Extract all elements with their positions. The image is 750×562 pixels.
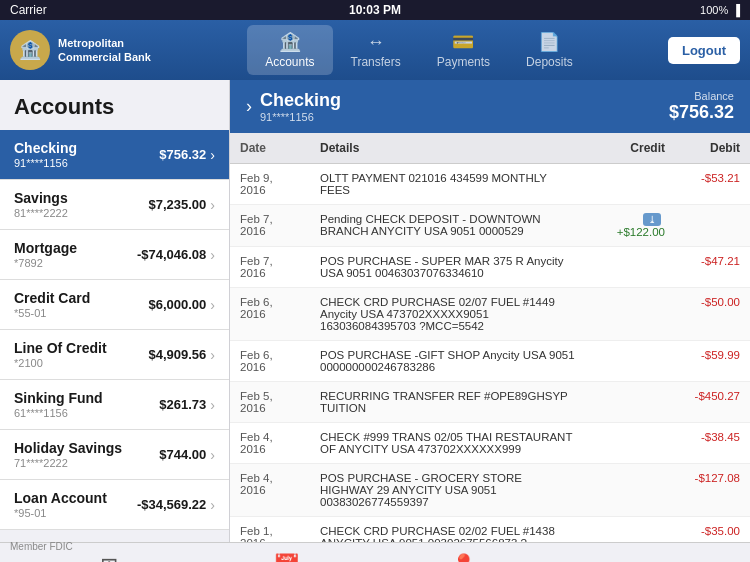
transaction-credit xyxy=(585,247,675,288)
transaction-date: Feb 9, 2016 xyxy=(230,164,310,205)
deposits-icon: 📄 xyxy=(538,31,560,53)
bank-logo-icon: 🏦 xyxy=(10,30,50,70)
transaction-credit xyxy=(585,423,675,464)
time-label: 10:03 PM xyxy=(349,3,401,17)
more-icon: ••• xyxy=(630,553,653,563)
transaction-date: Feb 6, 2016 xyxy=(230,341,310,382)
content-account-name: Checking xyxy=(260,90,341,111)
table-row: Feb 6, 2016 CHECK CRD PURCHASE 02/07 FUE… xyxy=(230,288,750,341)
account-item-credit-card[interactable]: Credit Card *55-01 $6,000.00 › xyxy=(0,280,229,330)
transaction-debit xyxy=(675,205,750,247)
header: 🏦 Metropolitan Commercial Bank 🏦 Account… xyxy=(0,20,750,80)
transaction-credit xyxy=(585,164,675,205)
balance-amount: $756.32 xyxy=(669,102,734,123)
transaction-date: Feb 7, 2016 xyxy=(230,205,310,247)
calculator-icon: ⊞ xyxy=(100,553,118,563)
account-item-checking[interactable]: Checking 91****1156 $756.32 › xyxy=(0,130,229,180)
table-row: Feb 4, 2016 POS PURCHASE - GROCERY STORE… xyxy=(230,464,750,517)
sidebar-title: Accounts xyxy=(0,80,229,130)
col-credit: Credit xyxy=(585,133,675,164)
transaction-debit: -$53.21 xyxy=(675,164,750,205)
content-account-number: 91****1156 xyxy=(260,111,341,123)
transaction-credit xyxy=(585,341,675,382)
account-item-loan-account[interactable]: Loan Account *95-01 -$34,569.22 › xyxy=(0,480,229,530)
transaction-debit: -$47.21 xyxy=(675,247,750,288)
table-row: Feb 7, 2016 POS PURCHASE - SUPER MAR 375… xyxy=(230,247,750,288)
bottom-tab-locations[interactable]: 📍 Locations xyxy=(434,553,494,563)
bottom-tab-calendar[interactable]: 📅 Calendar xyxy=(256,553,316,563)
accounts-icon: 🏦 xyxy=(279,31,301,53)
account-item-mortgage[interactable]: Mortgage *7892 -$74,046.08 › xyxy=(0,230,229,280)
transaction-details: CHECK #999 TRANS 02/05 THAI RESTAURANT O… xyxy=(310,423,585,464)
col-details: Details xyxy=(310,133,585,164)
transaction-credit xyxy=(585,517,675,543)
nav-tab-deposits[interactable]: 📄 Deposits xyxy=(508,25,591,75)
bottom-tab-more[interactable]: ••• More xyxy=(611,553,671,563)
transaction-table: Date Details Credit Debit Feb 9, 2016 OL… xyxy=(230,133,750,542)
content-area: › Checking 91****1156 Balance $756.32 Da… xyxy=(230,80,750,542)
transaction-debit: -$50.00 xyxy=(675,288,750,341)
nav-tabs: 🏦 Accounts ↔ Transfers 💳 Payments 📄 Depo… xyxy=(170,25,668,75)
transaction-debit: -$450.27 xyxy=(675,382,750,423)
transaction-credit xyxy=(585,288,675,341)
balance-label: Balance xyxy=(669,90,734,102)
transaction-date: Feb 4, 2016 xyxy=(230,464,310,517)
account-item-sinking-fund[interactable]: Sinking Fund 61****1156 $261.73 › xyxy=(0,380,229,430)
bottom-bar: Member FDIC ⊞ Calculator 📅 Calendar 📍 Lo… xyxy=(0,542,750,562)
table-row: Feb 7, 2016 Pending CHECK DEPOSIT - DOWN… xyxy=(230,205,750,247)
logout-button[interactable]: Logout xyxy=(668,37,740,64)
table-row: Feb 9, 2016 OLTT PAYMENT 021016 434599 M… xyxy=(230,164,750,205)
logo-area: 🏦 Metropolitan Commercial Bank xyxy=(10,30,170,70)
transaction-credit xyxy=(585,464,675,517)
transaction-date: Feb 7, 2016 xyxy=(230,247,310,288)
carrier-label: Carrier xyxy=(10,3,47,17)
transaction-date: Feb 1, 2016 xyxy=(230,517,310,543)
transaction-credit xyxy=(585,382,675,423)
battery-label: 100% ▐ xyxy=(700,4,740,16)
transaction-details: POS PURCHASE - SUPER MAR 375 R Anycity U… xyxy=(310,247,585,288)
table-row: Feb 4, 2016 CHECK #999 TRANS 02/05 THAI … xyxy=(230,423,750,464)
nav-tab-payments[interactable]: 💳 Payments xyxy=(419,25,508,75)
transaction-details: CHECK CRD PURCHASE 02/02 FUEL #1438 ANYC… xyxy=(310,517,585,543)
transaction-details: RECURRING TRANSFER REF #OPE89GHSYP TUITI… xyxy=(310,382,585,423)
transaction-details: Pending CHECK DEPOSIT - DOWNTOWN BRANCH … xyxy=(310,205,585,247)
credit-icon: ⤓ xyxy=(643,213,661,226)
transaction-credit: ⤓+$122.00 xyxy=(585,205,675,247)
transaction-details: OLTT PAYMENT 021016 434599 MONTHLY FEES xyxy=(310,164,585,205)
transaction-date: Feb 5, 2016 xyxy=(230,382,310,423)
bank-name: Metropolitan Commercial Bank xyxy=(58,36,151,65)
transfers-icon: ↔ xyxy=(367,32,385,53)
account-list: Checking 91****1156 $756.32 › Savings 81… xyxy=(0,130,229,530)
transactions: Date Details Credit Debit Feb 9, 2016 OL… xyxy=(230,133,750,542)
transaction-debit: -$59.99 xyxy=(675,341,750,382)
payments-icon: 💳 xyxy=(452,31,474,53)
account-item-savings[interactable]: Savings 81****2222 $7,235.00 › xyxy=(0,180,229,230)
locations-icon: 📍 xyxy=(450,553,477,563)
transaction-details: CHECK CRD PURCHASE 02/07 FUEL #1449 Anyc… xyxy=(310,288,585,341)
transaction-date: Feb 4, 2016 xyxy=(230,423,310,464)
nav-tab-accounts[interactable]: 🏦 Accounts xyxy=(247,25,332,75)
bottom-tab-calculator[interactable]: ⊞ Calculator xyxy=(79,553,139,563)
transaction-debit: -$38.45 xyxy=(675,423,750,464)
content-chevron-icon: › xyxy=(246,96,252,117)
transaction-details: POS PURCHASE - GROCERY STORE HIGHWAY 29 … xyxy=(310,464,585,517)
transaction-tbody: Feb 9, 2016 OLTT PAYMENT 021016 434599 M… xyxy=(230,164,750,543)
transaction-date: Feb 6, 2016 xyxy=(230,288,310,341)
transaction-details: POS PURCHASE -GIFT SHOP Anycity USA 9051… xyxy=(310,341,585,382)
sidebar: Accounts Checking 91****1156 $756.32 › S… xyxy=(0,80,230,542)
main-layout: Accounts Checking 91****1156 $756.32 › S… xyxy=(0,80,750,542)
status-bar: Carrier 10:03 PM 100% ▐ xyxy=(0,0,750,20)
account-item-holiday-savings[interactable]: Holiday Savings 71****2222 $744.00 › xyxy=(0,430,229,480)
table-row: Feb 6, 2016 POS PURCHASE -GIFT SHOP Anyc… xyxy=(230,341,750,382)
table-row: Feb 5, 2016 RECURRING TRANSFER REF #OPE8… xyxy=(230,382,750,423)
member-fdic-label: Member FDIC xyxy=(10,541,73,552)
account-item-line-of-credit[interactable]: Line Of Credit *2100 $4,909.56 › xyxy=(0,330,229,380)
transaction-debit: -$35.00 xyxy=(675,517,750,543)
calendar-icon: 📅 xyxy=(273,553,300,563)
table-row: Feb 1, 2016 CHECK CRD PURCHASE 02/02 FUE… xyxy=(230,517,750,543)
col-date: Date xyxy=(230,133,310,164)
nav-tab-transfers[interactable]: ↔ Transfers xyxy=(333,25,419,75)
transaction-debit: -$127.08 xyxy=(675,464,750,517)
content-header: › Checking 91****1156 Balance $756.32 xyxy=(230,80,750,133)
col-debit: Debit xyxy=(675,133,750,164)
